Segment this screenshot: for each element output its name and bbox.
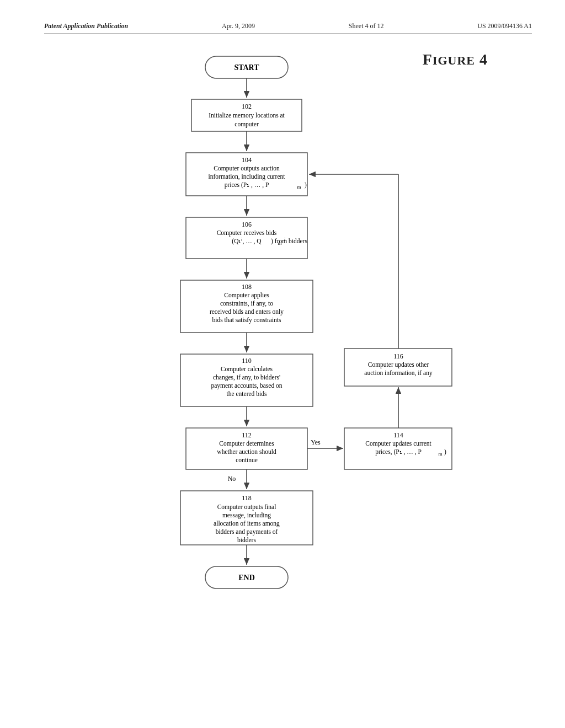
node-116-line2: auction information, if any [364, 370, 433, 377]
node-118-line2: message, including [222, 512, 271, 519]
node-108-line4: bids that satisfy constraints [212, 317, 281, 324]
node-114-paren: ) [444, 448, 446, 456]
start-label: START [234, 63, 259, 72]
node-104-line3: prices (P₁ , … , P [225, 181, 269, 189]
node-104-sub: m [297, 184, 301, 190]
flowchart-container: START 102 Initialize memory locations at… [95, 51, 481, 660]
node-108-num: 108 [242, 283, 252, 291]
node-118-line4: bidders and payments of [216, 528, 278, 536]
node-102-line2: computer [234, 121, 259, 128]
node-114-line2: prices, (P₁ , … , P [375, 448, 422, 456]
node-110-line4: the entered bids [227, 390, 267, 397]
node-102-num: 102 [242, 103, 252, 110]
yes-label: Yes [311, 438, 321, 446]
node-112-num: 112 [242, 431, 252, 439]
node-106-paren2: ) from bidders [271, 238, 307, 245]
node-114-line1: Computer updates current [365, 440, 431, 447]
node-104-num: 104 [242, 156, 252, 164]
node-104-paren: ) [305, 181, 307, 189]
node-118-num: 118 [242, 494, 252, 502]
node-112-line3: continue [236, 457, 258, 463]
node-108-line2: constraints, if any, to [220, 300, 273, 307]
node-104-line2: information, including current [209, 173, 286, 180]
node-112-line2: whether auction should [217, 448, 276, 455]
node-108-line3: received bids and enters only [210, 308, 284, 315]
node-118-line1: Computer outputs final [217, 504, 276, 511]
node-110-line3: payment accounts, based on [211, 382, 282, 389]
node-106-line1: Computer receives bids [217, 229, 277, 237]
node-114-sub: m [438, 451, 442, 457]
header-publication-label: Patent Application Publication [44, 22, 128, 30]
node-112-line1: Computer determines [219, 440, 274, 447]
header-sheet: Sheet 4 of 12 [349, 22, 384, 30]
node-106-line2: (Q₁ⁱ, … , Q [232, 238, 262, 245]
node-110-line2: changes, if any, to bidders' [213, 374, 280, 381]
header-patent-number: US 2009/094136 A1 [477, 22, 532, 30]
node-110-line1: Computer calculates [221, 366, 273, 373]
node-106-num: 106 [242, 221, 252, 228]
node-116-num: 116 [393, 352, 403, 360]
node-102-line1: Initialize memory locations at [209, 112, 285, 119]
page: Patent Application Publication Apr. 9, 2… [0, 0, 565, 728]
no-label: No [228, 475, 236, 483]
node-118-line5: bidders [237, 537, 256, 543]
header-date: Apr. 9, 2009 [222, 22, 255, 30]
node-114-num: 114 [393, 431, 403, 439]
node-118-line3: allocation of items among [214, 520, 280, 527]
node-108-line1: Computer applies [224, 292, 269, 299]
diagram-area: FIGURE 4 START 102 Initialize memory loc… [44, 51, 532, 660]
flowchart-svg: START 102 Initialize memory locations at… [95, 51, 481, 657]
end-label: END [238, 574, 255, 582]
node-104-line1: Computer outputs auction [214, 165, 280, 172]
node-110-num: 110 [242, 357, 252, 365]
node-116-line1: Computer updates other [368, 361, 429, 368]
page-header: Patent Application Publication Apr. 9, 2… [44, 22, 532, 34]
